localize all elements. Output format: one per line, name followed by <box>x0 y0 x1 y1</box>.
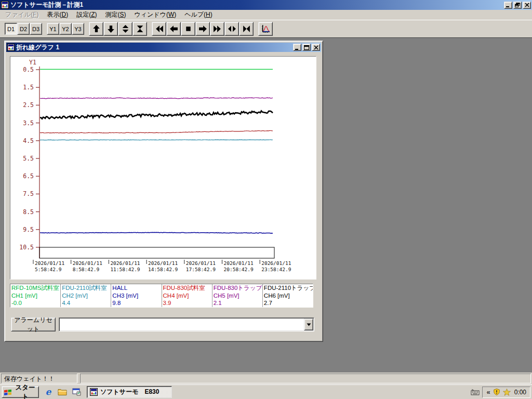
taskbar-task-button[interactable]: ソフトサーモ E830 <box>87 386 172 398</box>
combobox-value <box>59 318 303 331</box>
tool-button-d1[interactable]: D1 <box>5 23 17 35</box>
channel-label: CH3 [mV] <box>112 292 160 300</box>
graph-window-icon <box>7 44 15 51</box>
app-icon <box>1 1 9 9</box>
channel-cell-ch4: FDU-830試料室CH4 [mV]3.9 <box>162 284 212 307</box>
svg-text:7.5: 7.5 <box>23 190 34 197</box>
quick-launch: e <box>43 387 82 397</box>
menu-window[interactable]: ウィンドウ(W) <box>130 9 181 20</box>
channel-value: 2.1 <box>214 299 261 307</box>
tool-button-y2[interactable]: Y2 <box>59 23 72 35</box>
svg-text:10.5: 10.5 <box>19 244 34 251</box>
svg-text:Y1: Y1 <box>29 59 36 66</box>
menu-settings[interactable]: 設定(Z) <box>72 9 101 20</box>
line-chart: 0.51.52.53.54.55.56.57.58.59.510.5Y12026… <box>11 57 315 278</box>
channel-name: HALL <box>112 284 160 292</box>
channel-cell-ch6: FDU-2110トラップCH6 [mV]2.7 <box>263 284 313 307</box>
expand-horizontal-button[interactable] <box>224 22 239 36</box>
fast-rewind-button[interactable] <box>152 22 166 36</box>
tray-clock: 0:00 <box>513 389 526 396</box>
svg-text:2026/01/11: 2026/01/11 <box>110 260 140 266</box>
svg-text:14:58:42.9: 14:58:42.9 <box>148 267 178 272</box>
channel-value: -0.0 <box>11 299 59 307</box>
restore-button[interactable] <box>513 2 522 9</box>
windows-flag-icon <box>4 389 12 396</box>
tool-button-d2[interactable]: D2 <box>17 23 30 35</box>
chart-button[interactable] <box>258 22 273 36</box>
chevron-left-icon[interactable]: « <box>486 389 490 395</box>
svg-text:20:58:42.9: 20:58:42.9 <box>224 267 254 272</box>
svg-text:4.5: 4.5 <box>23 137 34 144</box>
alarm-reset-button[interactable]: アラームリセット <box>11 317 56 331</box>
status-bar: 保存ウェイト！！ <box>0 373 532 384</box>
graph-minimize-button[interactable] <box>293 44 301 51</box>
svg-text:2026/01/11: 2026/01/11 <box>186 260 216 266</box>
internet-explorer-icon: e <box>46 388 51 396</box>
channel-cell-ch3: HALLCH3 [mV]9.8 <box>111 284 162 307</box>
svg-text:5.5: 5.5 <box>23 155 34 162</box>
arrow-up-icon <box>92 24 101 33</box>
hourglass-icon <box>136 24 144 33</box>
svg-text:2.5: 2.5 <box>23 101 34 109</box>
svg-text:2026/01/11: 2026/01/11 <box>73 260 102 266</box>
system-tray: « 0:00 <box>471 387 530 398</box>
close-button[interactable] <box>523 2 531 9</box>
folder-icon <box>58 388 67 396</box>
channel-cell-ch2: FDU-2110試料室CH2 [mV]4.4 <box>61 284 111 307</box>
expand-horizontal-icon <box>228 24 236 33</box>
collapse-horizontal-icon <box>242 24 251 33</box>
show-desktop-launcher[interactable] <box>71 387 82 397</box>
graph-maximize-button[interactable] <box>302 44 311 51</box>
task-app-icon <box>90 388 98 396</box>
star-icon[interactable] <box>503 389 511 396</box>
arrow-down-icon <box>107 24 115 33</box>
menu-measure[interactable]: 測定(S) <box>101 9 130 20</box>
desktop: ソフトサーモ計測－計測1 ファイル(F)表示(D)設定(Z)測定(S)ウィンドウ… <box>0 0 532 399</box>
status-message: 保存ウェイト！！ <box>1 374 77 383</box>
svg-text:9.5: 9.5 <box>23 226 34 233</box>
keyboard-icon[interactable] <box>471 389 480 395</box>
start-button[interactable]: スタート <box>2 386 39 398</box>
menu-view[interactable]: 表示(D) <box>43 9 72 20</box>
tool-button-y1[interactable]: Y1 <box>47 23 59 35</box>
fast-forward-icon <box>213 24 222 33</box>
arrow-left-icon <box>169 24 178 33</box>
chart-panel: 0.51.52.53.54.55.56.57.58.59.510.5Y12026… <box>10 56 316 280</box>
arrow-up-button[interactable] <box>89 22 103 36</box>
expand-vertical-button[interactable] <box>118 22 132 36</box>
collapse-horizontal-button[interactable] <box>239 22 254 36</box>
folder-launcher[interactable] <box>57 387 68 397</box>
arrow-left-button[interactable] <box>166 22 181 36</box>
arrow-right-button[interactable] <box>195 22 210 36</box>
channel-label: CH5 [mV] <box>214 292 261 300</box>
channel-label: CH2 [mV] <box>62 292 110 300</box>
tool-button-y3[interactable]: Y3 <box>72 23 84 35</box>
toolbar: D1D2D3Y1Y2Y3 <box>0 20 532 37</box>
menu-help[interactable]: ヘルプ(H) <box>180 9 217 20</box>
combobox-dropdown-button[interactable] <box>304 318 313 330</box>
stop-button[interactable] <box>181 22 195 36</box>
arrow-down-button[interactable] <box>103 22 118 36</box>
shield-icon[interactable] <box>493 388 500 396</box>
minimize-button[interactable] <box>504 2 512 9</box>
channel-cell-ch1: RFD-10MS試料室CH1 [mV]-0.0 <box>10 284 61 307</box>
svg-text:23:58:42.9: 23:58:42.9 <box>261 267 291 272</box>
channel-name: FDU-2110試料室 <box>62 284 110 292</box>
hourglass-button[interactable] <box>132 22 147 36</box>
status-panel-secondary <box>80 374 531 383</box>
tool-button-d3[interactable]: D3 <box>30 23 42 35</box>
fast-forward-button[interactable] <box>210 22 224 36</box>
menu-file[interactable]: ファイル(F) <box>1 9 43 20</box>
svg-text:11:58:42.9: 11:58:42.9 <box>110 267 140 272</box>
svg-text:2026/01/11: 2026/01/11 <box>148 260 178 266</box>
svg-text:2026/01/11: 2026/01/11 <box>35 260 64 266</box>
expand-vertical-icon <box>121 24 130 33</box>
alarm-combobox[interactable] <box>59 317 314 331</box>
svg-text:8.5: 8.5 <box>23 208 34 216</box>
graph-close-button[interactable] <box>312 44 320 51</box>
svg-text:2026/01/11: 2026/01/11 <box>261 260 291 266</box>
channel-legend: RFD-10MS試料室CH1 [mV]-0.0FDU-2110試料室CH2 [m… <box>10 284 313 308</box>
channel-name: FDU-2110トラップ <box>264 284 312 292</box>
chevron-down-icon <box>307 323 311 326</box>
internet-explorer-launcher[interactable]: e <box>43 387 54 397</box>
